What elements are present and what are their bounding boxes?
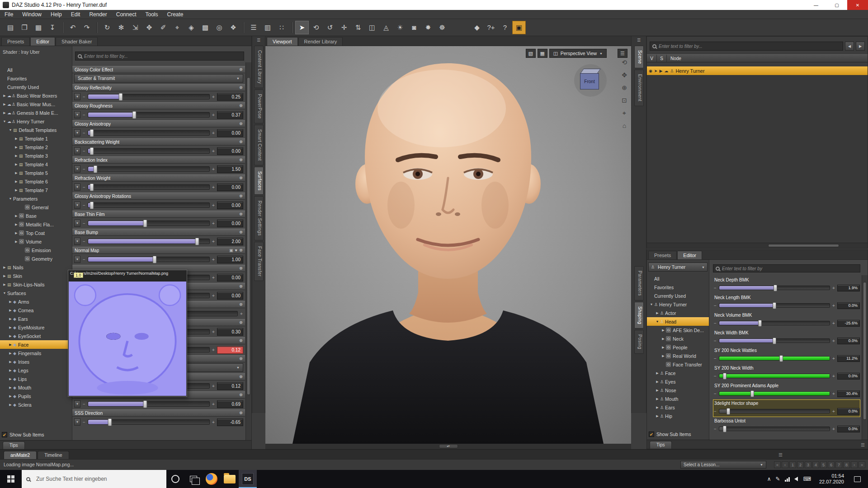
surface-list-item-basic-wear-boxers[interactable]: ▶☁♙Basic Wear Boxers <box>0 91 72 100</box>
surface-list-item-template-1[interactable]: ▶▤Template 1 <box>0 134 72 143</box>
slider-track[interactable] <box>88 94 210 99</box>
slider-options-button[interactable]: ▼ <box>74 129 80 136</box>
expand-right-icon[interactable]: ▶ <box>8 369 13 372</box>
parameter-value[interactable]: -0.65 <box>217 418 243 426</box>
expand-down-icon[interactable]: ▼ <box>649 303 654 306</box>
viewport-aspect-toggle[interactable]: ▦ <box>538 49 547 58</box>
save-file-button[interactable]: ▦ <box>32 21 45 34</box>
slider-options-button[interactable]: ▼ <box>74 418 80 426</box>
parameter-value[interactable]: 0.37 <box>217 111 243 119</box>
parameter-value[interactable]: 0.00 <box>217 183 243 191</box>
settings-gear-icon[interactable]: ☸ <box>239 140 243 144</box>
slider-options-button[interactable]: ▼ <box>74 183 80 191</box>
scene-filter-input[interactable] <box>659 44 840 49</box>
slider-increment-button[interactable]: + <box>212 94 215 99</box>
rotate-tool-button[interactable]: ↻ <box>100 21 114 34</box>
slider-decrement-button[interactable]: − <box>82 420 86 425</box>
slider-track[interactable] <box>719 391 830 396</box>
slider-thumb[interactable] <box>774 285 777 291</box>
expand-right-icon[interactable]: ▶ <box>8 352 13 355</box>
slider-options-button[interactable]: ▼ <box>74 111 80 118</box>
surface-list-item-mouth[interactable]: ▶◆Mouth <box>0 383 72 392</box>
surface-list-item-pupils[interactable]: ▶◆Pupils <box>0 392 72 400</box>
expand-right-icon[interactable]: ▶ <box>14 154 19 158</box>
settings-gear-icon[interactable]: ☸ <box>239 85 243 90</box>
parameter-value[interactable]: 0.00 <box>217 202 243 209</box>
scale-tool-button[interactable]: ⇲ <box>128 21 142 34</box>
slider-options-button[interactable]: ▼ <box>74 165 80 173</box>
slider-decrement-button[interactable]: − <box>82 239 86 244</box>
surface-list-item-metallic-fla[interactable]: ▶GMetallic Fla... <box>0 220 72 229</box>
network-icon[interactable] <box>785 476 790 482</box>
open-file-button[interactable]: ❐ <box>18 21 31 34</box>
pager-page-button[interactable]: 7 <box>835 461 842 468</box>
view-navigation-cube[interactable]: Front <box>574 64 607 97</box>
settings-gear-icon[interactable]: ☸ <box>239 212 243 216</box>
slider-track[interactable] <box>88 419 210 425</box>
pan-view-tool-button[interactable]: ✛ <box>337 21 351 34</box>
side-tab-powerpose[interactable]: PowerPose <box>254 89 264 123</box>
expand-right-icon[interactable]: ▶ <box>14 180 19 183</box>
surface-list-item-irises[interactable]: ▶◆Irises <box>0 357 72 366</box>
slider-thumb[interactable] <box>758 320 762 327</box>
slider-increment-button[interactable]: + <box>212 402 215 407</box>
expand-right-icon[interactable]: ▶ <box>8 386 13 389</box>
surface-list-item-legs[interactable]: ▶◆Legs <box>0 366 72 375</box>
menu-item-edit[interactable]: Edit <box>66 10 85 19</box>
tray-pen-icon[interactable]: ✎ <box>776 476 780 482</box>
surface-list-item-volume[interactable]: ▶GVolume <box>0 237 72 246</box>
settings-gear-icon[interactable]: ☸ <box>239 338 243 343</box>
show-sub-items-checkbox-row[interactable]: ✔ Show Sub Items <box>649 432 691 437</box>
side-tab-content-library[interactable]: Content Library <box>254 46 264 88</box>
slider-increment-button[interactable]: + <box>212 149 215 154</box>
slider-options-button[interactable]: ▼ <box>74 147 80 155</box>
twist-tool-button[interactable]: ✻ <box>114 21 128 34</box>
scene-filter[interactable] <box>650 42 843 51</box>
expand-right-icon[interactable]: ▶ <box>14 137 19 141</box>
shaping-filter[interactable] <box>713 264 860 272</box>
slider-track[interactable] <box>88 239 210 244</box>
settings-gear-icon[interactable]: ☸ <box>239 320 243 325</box>
expand-right-icon[interactable]: ▶ <box>8 360 13 364</box>
slider-thumb[interactable] <box>195 238 199 245</box>
shaping-list-item-hip[interactable]: ▶♙Hip <box>647 412 709 420</box>
shaping-list-item-favorites[interactable]: Favorites <box>647 283 709 291</box>
slider-track[interactable] <box>719 374 830 378</box>
slider-options-button[interactable]: ▼ <box>74 256 80 263</box>
home-view-button[interactable]: ⌂ <box>620 121 629 130</box>
parameter-value[interactable]: 1.00 <box>217 256 243 263</box>
slider-increment-button[interactable]: + <box>212 275 215 280</box>
show-sub-items-checkbox-row[interactable]: ✔ Show Sub Items <box>2 432 44 437</box>
translate-tool-button[interactable]: ✥ <box>142 21 156 34</box>
surface-list-item-favorites[interactable]: Favorites <box>0 74 72 83</box>
slider-track[interactable] <box>719 427 830 431</box>
expand-right-icon[interactable]: ▶ <box>8 326 13 329</box>
selection-pointer-icon[interactable]: ➤ <box>654 69 658 73</box>
surface-filter-input[interactable] <box>84 54 241 59</box>
parameter-value[interactable]: 0.00 <box>217 220 243 227</box>
cortana-button[interactable] <box>166 470 184 488</box>
morph-value[interactable]: 0.0% <box>837 302 860 309</box>
surface-list-item-base[interactable]: ▶GBase <box>0 211 72 220</box>
shaping-list-item-henry-turner[interactable]: ▼♙Henry Turner <box>647 300 709 309</box>
slider-track[interactable] <box>719 303 830 308</box>
expand-right-icon[interactable]: ▶ <box>660 328 666 332</box>
side-tab-render-settings[interactable]: Render Settings <box>254 196 264 240</box>
slider-thumb[interactable] <box>773 302 776 309</box>
pager-prev-button[interactable]: ‹ <box>782 461 788 468</box>
pane-menu-icon[interactable]: ☰ <box>632 38 646 44</box>
slider-track[interactable] <box>719 356 830 361</box>
slider-increment-button[interactable]: + <box>212 384 215 389</box>
slider-thumb[interactable] <box>90 202 94 209</box>
expand-right-icon[interactable]: ▶ <box>14 223 19 226</box>
slider-track[interactable] <box>88 221 210 226</box>
settings-gear-icon[interactable]: ☸ <box>239 158 243 162</box>
dolly-view-tool-button[interactable]: ⇅ <box>351 21 365 34</box>
aim-view-button[interactable]: ⌖ <box>620 108 629 117</box>
slider-increment-button[interactable]: + <box>832 409 835 414</box>
redo-button[interactable]: ↷ <box>80 21 94 34</box>
favorite-icon[interactable]: ♥ <box>235 248 237 253</box>
parameter-value[interactable]: 2.00 <box>217 238 243 245</box>
shaping-list-item-head[interactable]: ▼♙Head <box>647 317 709 326</box>
expand-right-icon[interactable]: ▶ <box>8 403 13 407</box>
